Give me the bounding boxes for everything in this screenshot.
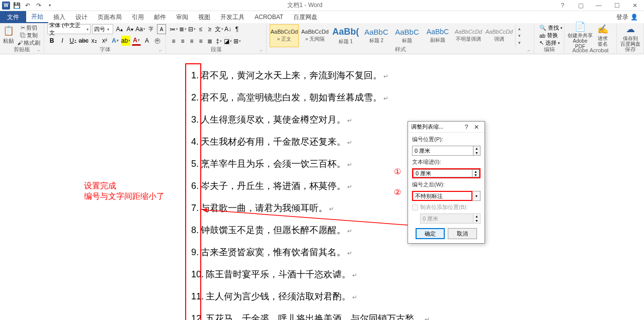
show-marks-button[interactable]: ¶ xyxy=(232,24,242,34)
dialog-close-icon[interactable]: ✕ xyxy=(471,124,481,131)
align-right-button[interactable]: ≡ xyxy=(187,36,196,46)
undo-icon[interactable]: ↶ xyxy=(23,1,32,10)
char-shading-button[interactable]: A xyxy=(142,36,151,46)
enclose-char-button[interactable]: ㊥ xyxy=(153,36,162,46)
number-position-input[interactable] xyxy=(412,146,473,156)
decrease-font-button[interactable]: A▾ xyxy=(125,24,134,34)
tab-view[interactable]: 视图 xyxy=(193,11,215,23)
dialog-launcher-icon[interactable]: ⌐ xyxy=(528,48,533,53)
document-line[interactable]: 11.主人何为言少钱，径须沽取对君酌。 ↵ xyxy=(191,285,508,307)
copy-button[interactable]: ⿻复制 xyxy=(16,32,42,39)
decrease-indent-button[interactable]: ≤ xyxy=(196,24,205,34)
paste-button[interactable]: 📋 粘贴 xyxy=(3,24,14,45)
subscript-button[interactable]: x₂ xyxy=(90,36,99,46)
increase-font-button[interactable]: A▴ xyxy=(115,24,124,34)
tab-baidu[interactable]: 百度网盘 xyxy=(288,11,323,23)
dialog-launcher-icon[interactable]: ⌐ xyxy=(260,48,265,53)
tab-file[interactable]: 文件 xyxy=(0,11,26,23)
highlight-button[interactable]: ab▾ xyxy=(121,36,130,46)
save-baidu-button[interactable]: ☁保存到 百度网盘 xyxy=(620,24,640,47)
style-item[interactable]: AaBbCcDd» 正文 xyxy=(270,24,299,47)
align-left-button[interactable]: ≡ xyxy=(169,36,178,46)
dialog-launcher-icon[interactable]: ⌐ xyxy=(38,48,43,53)
format-painter-button[interactable]: 🖌格式刷 xyxy=(16,39,42,46)
tab-position-checkbox[interactable]: 制表位添加位置(B): xyxy=(412,203,480,211)
login-link[interactable]: 登录👤 xyxy=(610,11,644,23)
multilevel-list-button[interactable]: ⊟▾ xyxy=(187,24,196,34)
cancel-button[interactable]: 取消 xyxy=(448,228,477,239)
number-position-spinner[interactable]: ▲▼ xyxy=(412,146,480,156)
create-pdf-button[interactable]: 📄创建并共享 Adobe PDF xyxy=(568,24,593,47)
ribbon-options-icon[interactable]: ▢ xyxy=(574,1,588,11)
cut-button[interactable]: ✂剪切 xyxy=(16,24,42,31)
align-center-button[interactable]: ≡ xyxy=(178,36,187,46)
follow-number-input[interactable] xyxy=(412,191,472,201)
help-icon[interactable]: ? xyxy=(555,1,570,11)
font-size-combo[interactable]: 四号▾ xyxy=(92,24,113,34)
minimize-icon[interactable]: — xyxy=(592,1,606,11)
close-icon[interactable]: ✕ xyxy=(628,1,642,11)
dialog-help-icon[interactable]: ? xyxy=(461,124,471,131)
spin-down-icon[interactable]: ▼ xyxy=(472,173,479,177)
shading-button[interactable]: ◪▾ xyxy=(223,36,232,46)
document-line[interactable]: 9.古来圣贤皆寂寞，惟有饮者留其名。 ↵ xyxy=(191,241,508,263)
text-indent-spinner[interactable]: ▲▼ xyxy=(412,168,480,178)
style-item[interactable]: AaBbC副标题 xyxy=(423,24,452,47)
follow-number-combo[interactable]: ▾ xyxy=(412,191,480,201)
sort-button[interactable]: A↓ xyxy=(223,24,232,34)
line-spacing-button[interactable]: ‡▾ xyxy=(214,36,223,46)
superscript-button[interactable]: x² xyxy=(100,36,109,46)
tab-layout[interactable]: 页面布局 xyxy=(93,11,127,23)
italic-button[interactable]: I xyxy=(58,36,67,46)
style-item[interactable]: AaBbCcDd强调 xyxy=(485,24,514,47)
checkbox-input[interactable] xyxy=(412,204,418,210)
style-item[interactable]: AaBbC标题 xyxy=(392,24,422,47)
document-line[interactable]: 2.君不见，高堂明镜悲白发，朝如青丝暮成雪。 ↵ xyxy=(191,86,508,109)
numbering-button[interactable]: ≣▾ xyxy=(178,24,187,34)
distribute-button[interactable]: ≣ xyxy=(205,36,214,46)
tab-home[interactable]: 开始 xyxy=(26,11,48,23)
underline-button[interactable]: U▾ xyxy=(68,36,77,46)
ok-button[interactable]: 确定 xyxy=(416,228,445,239)
tab-references[interactable]: 引用 xyxy=(127,11,149,23)
text-indent-input[interactable] xyxy=(413,169,472,177)
change-case-button[interactable]: Aa▾ xyxy=(136,24,145,34)
font-color-button[interactable]: A▾ xyxy=(132,36,141,46)
borders-button[interactable]: ⊞▾ xyxy=(232,36,242,46)
tab-acrobat[interactable]: ACROBAT xyxy=(250,11,288,23)
char-border-button[interactable]: A xyxy=(157,24,166,34)
phonetic-guide-button[interactable]: 字 xyxy=(146,24,155,34)
justify-button[interactable]: ≡ xyxy=(196,36,205,46)
style-item[interactable]: AaBbC标题 2 xyxy=(362,24,391,47)
bold-button[interactable]: B xyxy=(47,36,56,46)
spin-up-icon[interactable]: ▲ xyxy=(473,146,480,151)
text-effects-button[interactable]: A▾ xyxy=(111,36,120,46)
document-line[interactable]: 1.君不见，黄河之水天上来，奔流到海不复回。 ↵ xyxy=(191,64,508,86)
document-area[interactable]: 1.君不见，黄河之水天上来，奔流到海不复回。 ↵2.君不见，高堂明镜悲白发，朝如… xyxy=(0,54,644,320)
asian-layout-button[interactable]: 文▾ xyxy=(214,24,223,34)
tab-review[interactable]: 审阅 xyxy=(171,11,193,23)
find-button[interactable]: 🔍查找▾ xyxy=(537,24,565,32)
document-line[interactable]: 10.陈王昔时宴平乐，斗酒十千恣欢谑。 ↵ xyxy=(191,263,508,285)
spin-down-icon[interactable]: ▼ xyxy=(473,151,480,155)
document-line[interactable]: 12.五花马，千金裘，呼儿将出换美酒，与尔同销万古愁。 ↵ xyxy=(191,307,508,320)
style-item[interactable]: AaBb(标题 1 xyxy=(331,24,360,47)
strikethrough-button[interactable]: abc xyxy=(79,36,88,46)
font-name-combo[interactable]: 宋体 (中文正文▾ xyxy=(47,24,91,34)
style-item[interactable]: AaBbCcDd» 无间隔 xyxy=(300,24,330,47)
chevron-down-icon[interactable]: ▾ xyxy=(472,191,480,201)
replace-button[interactable]: ab替换 xyxy=(537,32,560,39)
increase-indent-button[interactable]: ≥ xyxy=(205,24,214,34)
qat-dropdown-icon[interactable]: ▾ xyxy=(45,1,54,10)
spin-up-icon[interactable]: ▲ xyxy=(472,170,479,173)
save-icon[interactable]: 💾 xyxy=(12,1,21,10)
maximize-icon[interactable]: ☐ xyxy=(610,1,624,11)
styles-more-button[interactable]: ▴▾▾ xyxy=(515,24,523,47)
tab-mail[interactable]: 邮件 xyxy=(149,11,171,23)
request-sign-button[interactable]: ✍请求 签名 xyxy=(594,24,611,47)
bullets-button[interactable]: ≔▾ xyxy=(169,24,178,34)
style-item[interactable]: AaBbCcDd不明显强调 xyxy=(454,24,483,47)
redo-icon[interactable]: ↷ xyxy=(34,1,43,10)
tab-developer[interactable]: 开发工具 xyxy=(215,11,250,23)
dialog-launcher-icon[interactable]: ⌐ xyxy=(159,48,165,53)
